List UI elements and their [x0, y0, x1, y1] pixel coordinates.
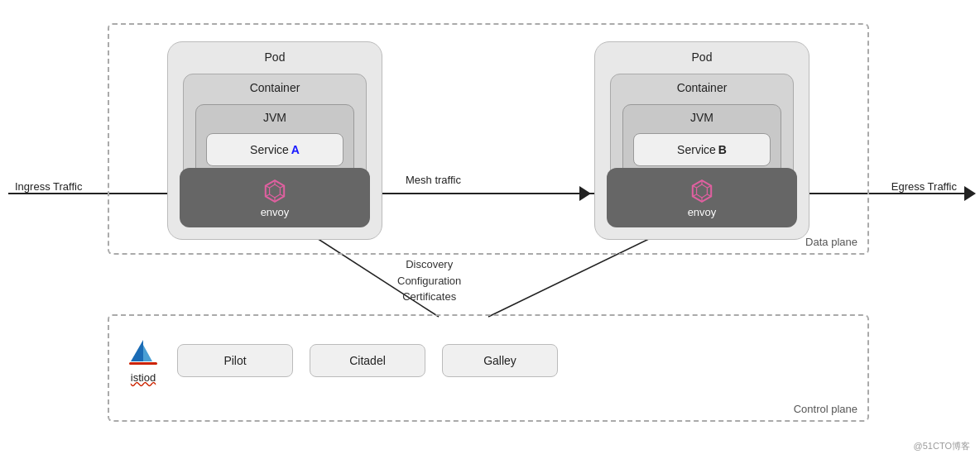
envoy-right: envoy — [607, 168, 797, 227]
control-plane-label: Control plane — [794, 403, 858, 415]
jvm-left-label: JVM — [196, 105, 353, 124]
ingress-label: Ingress Traffic — [15, 180, 82, 193]
control-plane-box: Control plane istiod Pilot Citadel — [108, 314, 869, 422]
service-right-letter: B — [718, 143, 727, 156]
pod-right-label: Pod — [595, 42, 809, 64]
citadel-box: Citadel — [310, 344, 425, 377]
watermark: @51CTO博客 — [914, 440, 970, 452]
svg-marker-1 — [964, 186, 976, 201]
jvm-right-label: JVM — [623, 105, 781, 124]
data-plane-box: Data plane Pod Container JVM Service A — [108, 23, 869, 255]
pilot-label: Pilot — [223, 354, 246, 367]
envoy-right-icon — [689, 178, 715, 204]
container-right-label: Container — [611, 74, 793, 94]
galley-label: Galley — [483, 354, 516, 367]
svg-marker-17 — [270, 184, 281, 198]
envoy-left: envoy — [180, 168, 370, 227]
istiod-logo: istiod — [126, 337, 161, 384]
istiod-text: istiod — [131, 371, 156, 384]
pilot-box: Pilot — [177, 344, 293, 377]
envoy-left-label: envoy — [261, 206, 290, 218]
envoy-right-label: envoy — [688, 206, 717, 218]
service-right: Service B — [633, 133, 771, 166]
service-left-letter: A — [291, 143, 300, 156]
pod-right: Pod Container JVM Service B — [594, 41, 809, 240]
svg-marker-25 — [697, 184, 708, 198]
diagram: Ingress Traffic Egress Traffic Mesh traf… — [0, 0, 980, 459]
citadel-label: Citadel — [349, 354, 386, 367]
service-right-label: Service — [677, 143, 716, 156]
istiod-area: istiod Pilot Citadel Galley — [126, 337, 558, 384]
data-plane-label: Data plane — [805, 236, 858, 248]
dcc-label: Discovery Configuration Certificates — [397, 256, 461, 305]
envoy-left-icon — [262, 178, 288, 204]
istiod-icon — [126, 337, 161, 371]
egress-label: Egress Traffic — [891, 180, 957, 193]
svg-marker-32 — [131, 340, 143, 361]
service-left-label: Service — [250, 143, 289, 156]
galley-box: Galley — [442, 344, 558, 377]
svg-marker-33 — [143, 345, 152, 361]
service-left: Service A — [206, 133, 343, 166]
container-left-label: Container — [184, 74, 366, 94]
pod-left-label: Pod — [168, 42, 382, 64]
svg-rect-34 — [129, 362, 157, 365]
pod-left: Pod Container JVM Service A — [167, 41, 382, 240]
